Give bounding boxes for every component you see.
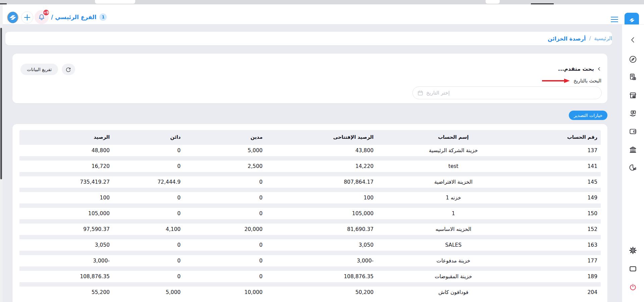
treasury-balances-table-card: رقم الحسابإسم الحسابالرصيد الإفتتاحىمدين… <box>12 124 607 302</box>
branch-selector[interactable]: 1 الفرع الرئيسي / <box>51 12 107 22</box>
power-icon <box>629 283 637 292</box>
screen-icon <box>629 264 637 273</box>
sidebar-item-reports[interactable] <box>625 163 641 172</box>
sidebar-item-logout[interactable] <box>625 283 641 292</box>
clear-data-button[interactable]: تفريغ البيانات <box>20 64 58 75</box>
cell: 807,864.17 <box>266 176 377 188</box>
cell: 149 <box>530 192 601 203</box>
sidebar-item-invoices[interactable] <box>625 72 641 82</box>
cell: 3,050 <box>19 239 113 251</box>
cell: 2,500 <box>184 161 266 172</box>
sidebar-item-screen[interactable] <box>625 264 641 274</box>
add-button[interactable] <box>21 11 33 23</box>
advanced-search-panel: بحث متقدم... البحث بالتاريخ إختر التاريخ… <box>12 54 607 103</box>
cell: 0 <box>113 239 184 251</box>
cell: 0 <box>113 255 184 266</box>
invoice-cash-icon <box>629 73 637 81</box>
table-row[interactable]: 145الخزينة الافتراضية807,864.17072,444.9… <box>19 176 601 188</box>
column-header: الرصيد <box>19 130 113 144</box>
search-actions: تفريغ البيانات <box>20 64 75 75</box>
app-logo-circle[interactable] <box>7 11 19 23</box>
table-row[interactable]: 1501105,00000105,000 <box>19 208 601 219</box>
cell: 50,200 <box>266 287 377 298</box>
breadcrumb-card: الرئيسية / أرصدة الخزائن <box>5 32 612 45</box>
table-header-row: رقم الحسابإسم الحسابالرصيد الإفتتاحىمدين… <box>19 130 601 144</box>
table-row[interactable]: 189خزينة المقبوضات108,876.3500108,876.35 <box>19 271 601 282</box>
hamburger-icon <box>611 17 618 17</box>
notification-count-badge: +9 <box>43 9 50 16</box>
cell: 108,876.35 <box>266 271 377 282</box>
sidebar-item-store[interactable] <box>625 91 641 100</box>
branch-number-badge: 1 <box>99 13 107 21</box>
notifications-button[interactable]: +9 <box>35 10 49 24</box>
table-row[interactable]: 204فودافون كاش50,20010,0005,00055,200 <box>19 287 601 298</box>
hand-cash-icon <box>629 109 637 118</box>
cell: 0 <box>113 208 184 219</box>
treasury-balances-table: رقم الحسابإسم الحسابالرصيد الإفتتاحىمدين… <box>19 130 601 298</box>
hamburger-icon <box>611 21 618 22</box>
table-row[interactable]: 141test14,2202,500016,720 <box>19 161 601 172</box>
chevron-left-icon <box>629 36 637 44</box>
cell: 5,000 <box>113 287 184 298</box>
cell: 0 <box>113 271 184 282</box>
gear-icon <box>629 246 637 255</box>
cell: 16,720 <box>19 161 113 172</box>
column-header: مدين <box>184 130 266 144</box>
refresh-button[interactable] <box>62 64 75 75</box>
branch-name: الفرع الرئيسي / <box>51 14 96 20</box>
cell: test <box>377 161 530 172</box>
cell: 3,050 <box>266 239 377 251</box>
sidebar-collapse-button[interactable] <box>625 35 641 45</box>
column-header: إسم الحساب <box>377 130 530 144</box>
date-picker-input[interactable]: إختر التاريخ <box>412 86 602 99</box>
sidebar-item-settings[interactable] <box>625 246 641 255</box>
annotation-arrow <box>541 78 570 83</box>
cell: 1 <box>377 208 530 219</box>
sidebar-item-bank[interactable] <box>625 145 641 155</box>
bank-icon <box>629 145 637 154</box>
cell: 177 <box>530 255 601 266</box>
page-scrollbar-thumb[interactable] <box>0 28 2 179</box>
cell: 150 <box>530 208 601 219</box>
cell: خزينة مدفوعات <box>377 255 530 266</box>
export-options-button[interactable]: خيارات التصدير <box>569 111 607 120</box>
cell: 145 <box>530 176 601 188</box>
table-row[interactable]: 152الخزينه الاساسيه81,690.3720,0004,1009… <box>19 224 601 235</box>
table-row[interactable]: 163SALES3,050003,050 <box>19 239 601 251</box>
cell: خزنه 1 <box>377 192 530 203</box>
advanced-search-title: بحث متقدم... <box>558 66 594 72</box>
cell: 3,000- <box>19 255 113 266</box>
column-header: رقم الحساب <box>530 130 601 144</box>
table-row[interactable]: 149خزنه 110000100 <box>19 192 601 203</box>
advanced-search-toggle[interactable]: بحث متقدم... <box>558 66 601 72</box>
cell: 108,876.35 <box>19 271 113 282</box>
cell: الخزينة الافتراضية <box>377 176 530 188</box>
sidebar-item-dashboard[interactable] <box>625 55 641 64</box>
cell: 0 <box>184 271 266 282</box>
cell: 0 <box>113 161 184 172</box>
breadcrumb: الرئيسية / أرصدة الخزائن <box>539 36 612 42</box>
cell: 55,200 <box>19 287 113 298</box>
sidebar-item-payments[interactable] <box>625 109 641 118</box>
cell: 81,690.37 <box>266 224 377 235</box>
cell: 163 <box>530 239 601 251</box>
store-cash-icon <box>629 91 637 100</box>
cell: 0 <box>184 255 266 266</box>
wallet-icon <box>629 127 637 136</box>
page-scrollbar-track <box>0 4 3 302</box>
breadcrumb-home-link[interactable]: الرئيسية <box>594 36 612 42</box>
sidebar-item-wallet[interactable] <box>625 127 641 136</box>
refresh-icon <box>65 67 71 72</box>
date-filter-label-row: البحث بالتاريخ <box>541 78 601 83</box>
table-row[interactable]: 177خزينة مدفوعات3,000-003,000- <box>19 255 601 266</box>
cell: 14,220 <box>266 161 377 172</box>
cell: 105,000 <box>19 208 113 219</box>
date-input-placeholder: إختر التاريخ <box>426 90 450 96</box>
menu-toggle-button[interactable] <box>611 17 618 22</box>
cell: 0 <box>184 239 266 251</box>
cell: 4,100 <box>113 224 184 235</box>
cell: 141 <box>530 161 601 172</box>
top-bar: +9 1 الفرع الرئيسي / <box>0 4 644 24</box>
table-row[interactable]: 137خزينة الشركة الرئيسية43,8005,000048,8… <box>19 145 601 156</box>
cell: 137 <box>530 145 601 156</box>
